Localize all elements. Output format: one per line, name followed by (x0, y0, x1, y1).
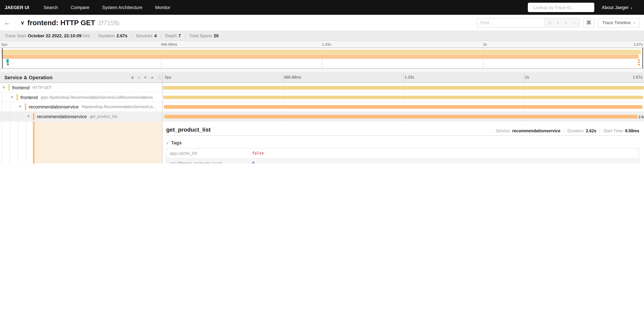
jaeger-trace-page: JAEGER UI Search Compare System Architec… (0, 0, 644, 164)
ruler-tick: 0μs (165, 75, 171, 79)
minimap-span-bar (2, 54, 639, 59)
span-name-cell[interactable]: ∨ frontendgrpc.hipstershop.Recommendatio… (0, 92, 162, 102)
span-bar[interactable] (163, 96, 643, 99)
ruler-tick: 2.67s (633, 75, 642, 79)
focus-match-icon[interactable]: ◎ (546, 20, 554, 25)
top-nav: JAEGER UI Search Compare System Architec… (0, 0, 644, 15)
nav-item-compare[interactable]: Compare (64, 5, 96, 10)
minimap-tick: 1.33s (322, 42, 331, 46)
trace-lookup-box (528, 3, 594, 12)
trace-lookup-input[interactable] (532, 4, 593, 10)
chevron-down-icon[interactable]: ∨ (2, 85, 5, 89)
ruler-tick: 666.89ms (284, 75, 301, 79)
trace-header-controls: ◎ ∧ ∨ × ⌘ Trace Timeline∨ (476, 15, 640, 30)
trace-summary-bar: Trace Start October 22 2022, 22:10:09 .5… (0, 31, 644, 41)
minimap-tick: 2s (483, 42, 487, 46)
service-value: recommendationservice (512, 128, 560, 133)
minimap-span-bar (638, 62, 640, 63)
detail-operation-name: get_product_list (166, 126, 211, 133)
collapse-header-chevron[interactable]: ∨ (20, 20, 24, 26)
chevron-down-icon[interactable]: ∨ (27, 114, 30, 118)
duration-label: Duration (98, 33, 115, 38)
collapse-all-icon[interactable]: » (143, 76, 148, 78)
timeline-header: Service & Operation ∨ › » » 0μs 666.89ms… (0, 72, 644, 83)
span-row-get-product-list: ∨ recommendationserviceget_product_list … (0, 112, 644, 121)
depth-value: 7 (178, 33, 181, 38)
tag-row[interactable]: app.filtered_products.count 8 (166, 158, 639, 164)
detail-meta: Service:recommendationservice Duration:2… (496, 128, 639, 133)
total-spans-value: 20 (214, 33, 218, 38)
prev-match-icon[interactable]: ∧ (554, 20, 562, 25)
span-name-cell[interactable]: ∨ recommendationservice/hipstershop.Reco… (0, 102, 162, 112)
trace-minimap: 0μs 666.89ms 1.33s 2s 2.67s (0, 41, 644, 72)
chevron-down-icon: ∨ (630, 6, 632, 10)
range-handle-left[interactable] (2, 48, 3, 68)
column-resizer[interactable] (158, 76, 160, 80)
minimap-span-bar (638, 60, 640, 61)
nav-item-system-architecture[interactable]: System Architecture (96, 5, 149, 10)
ruler-tick: 1.33s (404, 75, 414, 79)
trace-id: 2f715fb (98, 19, 119, 26)
tags-table: app.cache_hit false app.filtered_product… (166, 148, 639, 164)
minimap-canvas[interactable] (0, 48, 644, 68)
span-bar[interactable] (162, 86, 644, 90)
minimap-span-bar (1, 50, 641, 54)
clear-find-icon[interactable]: × (570, 20, 578, 25)
about-jaeger-menu[interactable]: About Jaeger∨ (602, 5, 632, 10)
find-input[interactable] (477, 18, 544, 27)
trace-start-ms: .543 (82, 33, 90, 38)
expand-all-icon[interactable]: » (151, 75, 154, 80)
find-group: ◎ ∧ ∨ × (476, 18, 580, 27)
collapse-one-icon[interactable]: ∨ (131, 75, 134, 80)
span-name-cell[interactable]: ∨ frontendHTTP GET (0, 83, 162, 92)
span-timeline-cell[interactable] (162, 92, 644, 102)
minimap-tick: 2.67s (634, 42, 643, 46)
nav-item-monitor[interactable]: Monitor (149, 5, 176, 10)
start-time-label: Start Time: (603, 128, 624, 133)
duration-label: Duration: (568, 128, 584, 133)
tags-section-toggle[interactable]: ∨Tags (166, 140, 644, 145)
next-match-icon[interactable]: ∨ (562, 20, 570, 25)
back-button[interactable]: ← (0, 15, 15, 30)
service-operation-title: Service & Operation (4, 74, 52, 80)
trace-start-value: October 22 2022, 22:10:09 (28, 33, 82, 38)
nav-item-search[interactable]: Search (37, 5, 64, 10)
app-logo[interactable]: JAEGER UI (5, 5, 29, 10)
chevron-down-icon[interactable]: ∨ (19, 104, 22, 108)
range-handle-right[interactable] (642, 48, 643, 68)
trace-header: ← ∨ frontend: HTTP GET2f715fb ◎ ∧ ∨ × ⌘ … (0, 15, 644, 31)
span-detail-row: get_product_list Service:recommendations… (0, 122, 644, 164)
services-value: 4 (154, 33, 157, 38)
service-color-bar (33, 113, 34, 120)
span-detail-panel: get_product_list Service:recommendations… (162, 122, 644, 164)
minimap-tick: 666.89ms (161, 42, 177, 46)
span-timeline-cell[interactable] (162, 83, 644, 92)
span-duration-label: 2.62s (638, 115, 644, 119)
span-bar[interactable] (164, 105, 643, 109)
chevron-down-icon[interactable]: ∨ (11, 95, 13, 98)
keyboard-shortcuts-button[interactable]: ⌘ (583, 18, 594, 27)
expand-one-icon[interactable]: › (138, 75, 140, 80)
trace-view-selector[interactable]: Trace Timeline∨ (598, 18, 640, 27)
trace-title: frontend: HTTP GET2f715fb (27, 19, 119, 27)
tag-row[interactable]: app.cache_hit false (166, 148, 639, 158)
detail-gutter-fill (34, 122, 162, 164)
minimap-span-bar (7, 63, 9, 66)
ruler-tick: 2s (525, 75, 529, 79)
service-color-bar (8, 84, 10, 91)
chevron-down-icon: ∨ (633, 21, 635, 24)
service-label: Service: (496, 128, 511, 133)
minimap-tick: 0μs (1, 42, 8, 46)
start-time-value: 8.58ms (625, 128, 639, 133)
span-name-cell[interactable]: ∨ recommendationserviceget_product_list (0, 112, 162, 121)
span-detail-left-gutter (0, 122, 162, 164)
span-bar[interactable] (164, 115, 638, 118)
service-color-bar (16, 94, 18, 100)
depth-label: Depth (165, 33, 176, 38)
minimap-span-bar (6, 59, 8, 63)
service-color-bar (33, 122, 34, 164)
span-timeline-cell[interactable]: 2.62s (162, 112, 644, 121)
span-timeline-cell[interactable] (162, 102, 644, 112)
span-row-frontend-grpc: ∨ frontendgrpc.hipstershop.Recommendatio… (0, 92, 644, 102)
duration-value: 2.62s (586, 128, 596, 133)
